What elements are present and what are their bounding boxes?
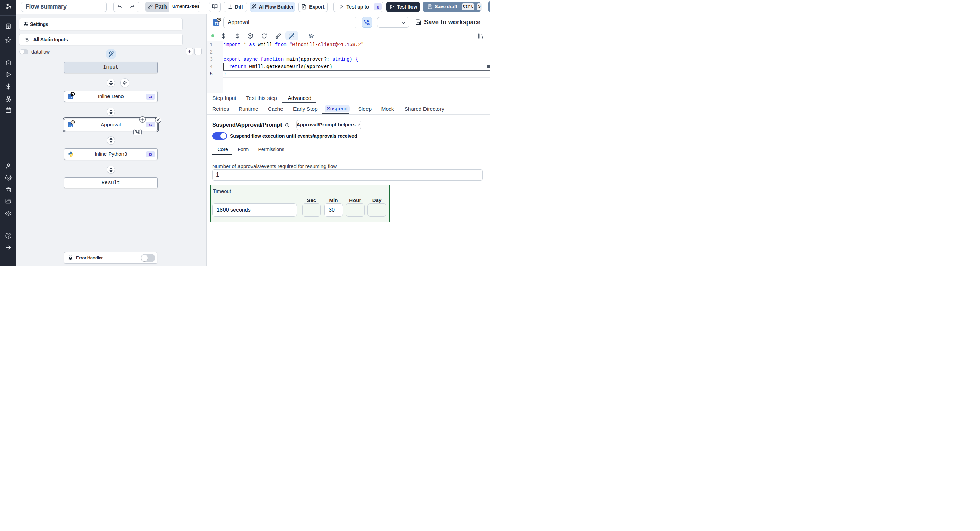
svg-text:TS: TS	[69, 96, 72, 98]
svg-text:TS: TS	[215, 21, 219, 25]
svg-text:TS: TS	[69, 124, 72, 127]
